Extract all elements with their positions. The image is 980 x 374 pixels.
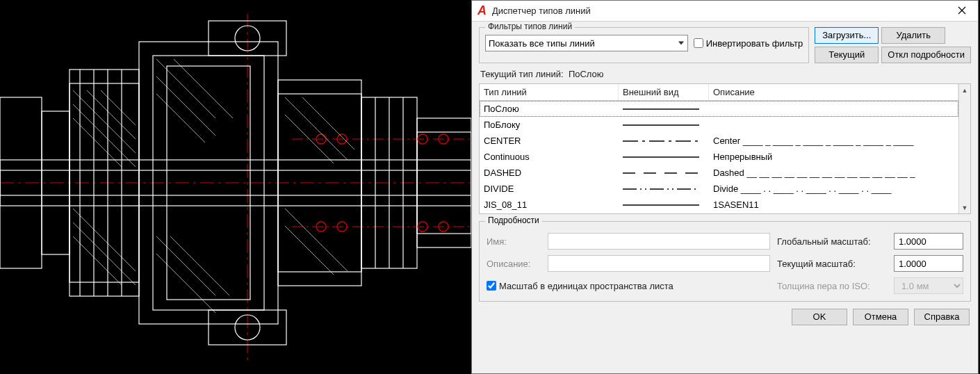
scrollbar[interactable]: ▲ ▼ <box>958 84 970 213</box>
cell-name: ПоСлою <box>480 102 619 115</box>
cell-appearance <box>619 151 709 163</box>
cancel-button[interactable]: Отмена <box>853 309 908 325</box>
linetype-preview-icon <box>623 168 699 178</box>
delete-button[interactable]: Удалить <box>881 27 945 44</box>
dialog-title: Диспетчер типов линий <box>492 6 952 16</box>
cell-appearance <box>619 103 709 115</box>
cad-viewport <box>0 0 471 374</box>
table-row[interactable]: JIS_08_11 1SASEN11 <box>480 197 958 213</box>
details-desc-label: Описание: <box>487 259 542 269</box>
linetype-preview-icon <box>623 152 699 162</box>
cell-appearance <box>619 119 709 131</box>
cell-name: CENTER <box>480 134 619 147</box>
table-row[interactable]: DASHED Dashed __ __ __ __ __ __ __ __ __… <box>480 165 958 181</box>
set-current-button[interactable]: Текущий <box>815 47 879 63</box>
linetype-preview-icon <box>623 120 699 130</box>
svg-rect-0 <box>0 0 471 374</box>
cell-description <box>709 124 958 127</box>
table-row[interactable]: Continuous Непрерывный <box>480 149 958 165</box>
table-row[interactable]: CENTER Center ____ _ ____ _ ____ _ ____ … <box>480 133 958 149</box>
current-scale-label: Текущий масштаб: <box>777 259 888 269</box>
table-header: Тип линий Внешний вид Описание <box>480 84 958 101</box>
table-row[interactable]: ПоБлоку <box>480 117 958 133</box>
cell-appearance <box>619 183 709 195</box>
scroll-down-icon[interactable]: ▼ <box>959 202 970 213</box>
invert-filter-label: Инвертировать фильтр <box>706 38 803 49</box>
cell-name: ПоБлоку <box>480 118 619 131</box>
details-name-label: Имя: <box>487 236 542 247</box>
scroll-up-icon[interactable]: ▲ <box>959 84 970 96</box>
col-description[interactable]: Описание <box>709 84 958 100</box>
ok-button[interactable]: OK <box>792 309 847 325</box>
filters-group: Фильтры типов линий Показать все типы ли… <box>479 27 809 63</box>
paperspace-units-checkbox[interactable]: Масштаб в единицах пространства листа <box>487 281 673 291</box>
paperspace-units-input[interactable] <box>487 281 496 291</box>
cell-description: 1SASEN11 <box>709 198 958 211</box>
filter-select[interactable]: Показать все типы линий <box>485 35 688 51</box>
dialog-footer: OK Отмена Справка <box>472 302 978 332</box>
cell-appearance <box>619 135 709 147</box>
table-row[interactable]: ПоСлою <box>480 101 958 117</box>
linetype-manager-dialog: A Диспетчер типов линий Фильтры типов ли… <box>471 0 979 374</box>
current-scale-input[interactable] <box>894 255 963 272</box>
linetype-preview-icon <box>623 184 699 194</box>
details-legend: Подробности <box>485 216 542 225</box>
filters-legend: Фильтры типов линий <box>485 22 575 31</box>
iso-pen-select: 1.0 мм <box>894 277 963 294</box>
cell-description: Dashed __ __ __ __ __ __ __ __ __ __ __ … <box>709 166 958 179</box>
linetype-preview-icon <box>623 136 699 146</box>
autocad-logo-icon: A <box>477 3 487 18</box>
cell-description: Divide ____ . . ____ . . ____ . . ____ .… <box>709 182 958 195</box>
col-appearance[interactable]: Внешний вид <box>619 84 709 100</box>
close-icon <box>958 6 966 15</box>
cell-appearance <box>619 167 709 179</box>
table-row[interactable]: DIVIDE Divide ____ . . ____ . . ____ . .… <box>480 181 958 197</box>
details-desc-input <box>548 255 770 272</box>
titlebar: A Диспетчер типов линий <box>472 1 978 22</box>
cell-name: Continuous <box>480 150 619 163</box>
load-button[interactable]: Загрузить... <box>815 27 879 44</box>
current-linetype-label: Текущий тип линий: ПоСлою <box>472 66 978 83</box>
cad-drawing <box>0 0 471 374</box>
cell-description: Непрерывный <box>709 150 958 163</box>
iso-pen-label: Толщина пера по ISO: <box>777 281 888 291</box>
global-scale-input[interactable] <box>894 233 963 250</box>
cell-description: Center ____ _ ____ _ ____ _ ____ _ ____ … <box>709 134 958 147</box>
invert-filter-input[interactable] <box>694 38 703 48</box>
linetype-preview-icon <box>623 104 699 114</box>
linetype-table: Тип линий Внешний вид Описание ПоСлою По… <box>479 83 971 214</box>
linetype-preview-icon <box>623 200 699 210</box>
details-group: Подробности Имя: Глобальный масштаб: Опи… <box>479 221 971 302</box>
invert-filter-checkbox[interactable]: Инвертировать фильтр <box>694 38 803 49</box>
cell-description <box>709 108 958 111</box>
global-scale-label: Глобальный масштаб: <box>777 236 888 247</box>
cell-name: JIS_08_11 <box>480 198 619 211</box>
cell-name: DASHED <box>480 166 619 179</box>
cell-name: DIVIDE <box>480 182 619 195</box>
close-button[interactable] <box>952 6 972 17</box>
col-name[interactable]: Тип линий <box>480 84 619 100</box>
toggle-details-button[interactable]: Откл подробности <box>881 47 971 63</box>
details-name-input <box>548 233 770 250</box>
help-button[interactable]: Справка <box>914 309 970 325</box>
cell-appearance <box>619 199 709 211</box>
